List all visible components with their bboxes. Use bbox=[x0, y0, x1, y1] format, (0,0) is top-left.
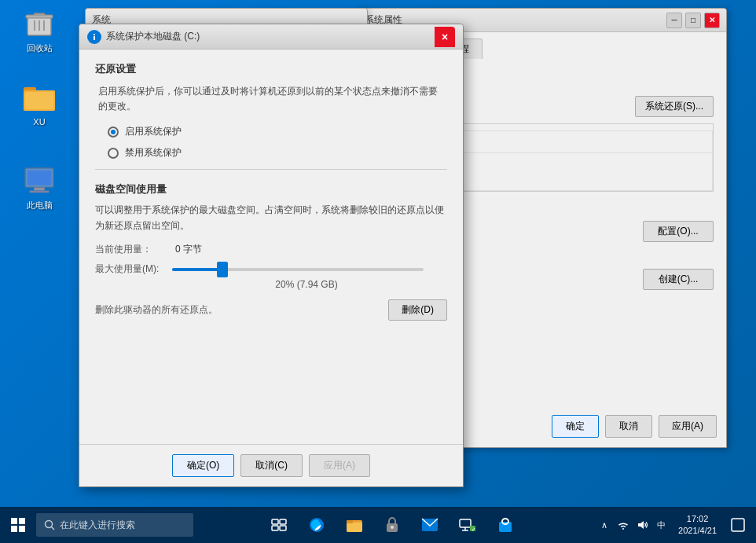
security-button[interactable] bbox=[376, 509, 408, 541]
tray-volume-icon[interactable] bbox=[634, 517, 650, 533]
slider-track[interactable] bbox=[172, 268, 424, 271]
task-view-icon bbox=[271, 519, 287, 531]
slider-container bbox=[172, 268, 424, 271]
desktop: 回收站 XU 此电脑 系统属性 bbox=[0, 0, 756, 507]
main-dialog-title-bar: 系统保护本地磁盘 (C:) × bbox=[79, 24, 463, 50]
dialog-footer: 确定(O) 取消(C) 应用(A) bbox=[79, 444, 463, 486]
minimize-button[interactable]: ─ bbox=[666, 13, 682, 28]
maximize-button[interactable]: □ bbox=[685, 13, 701, 28]
svg-rect-30 bbox=[460, 519, 471, 527]
sys-props-bottom-buttons: 确定 取消 应用(A) bbox=[552, 415, 717, 438]
windows-icon-br bbox=[19, 526, 25, 532]
disk-usage-desc: 可以调整用于系统保护的最大磁盘空间。占满空间时，系统将删除较旧的还原点以便为新还… bbox=[95, 203, 447, 233]
tray-language-icon[interactable]: 中 bbox=[653, 517, 669, 533]
clock-time: 17:02 bbox=[678, 513, 717, 525]
svg-rect-20 bbox=[280, 519, 286, 524]
delete-button[interactable]: 删除(D) bbox=[388, 299, 447, 321]
dialog-body: 还原设置 启用系统保护后，你可以通过及时将计算机还原到以前的某个状态点来撤消不需… bbox=[79, 50, 463, 333]
computer-icon bbox=[24, 165, 55, 196]
delete-restore-row: 删除此驱动器的所有还原点。 删除(D) bbox=[95, 299, 447, 321]
svg-rect-13 bbox=[30, 190, 50, 193]
disk-usage-section: 磁盘空间使用量 可以调整用于系统保护的最大磁盘空间。占满空间时，系统将删除较旧的… bbox=[95, 182, 447, 320]
security-icon bbox=[384, 516, 400, 534]
network-button[interactable]: ✓ bbox=[452, 509, 483, 541]
svg-point-17 bbox=[46, 521, 53, 528]
svg-line-18 bbox=[52, 527, 55, 530]
taskbar-center: ✓ bbox=[193, 509, 590, 541]
slider-thumb[interactable] bbox=[217, 262, 228, 277]
current-usage-label: 当前使用量： bbox=[95, 243, 166, 256]
network-icon: ✓ bbox=[459, 516, 476, 534]
system-restore-button[interactable]: 系统还原(S)... bbox=[635, 96, 714, 117]
radio-disable-label: 禁用系统保护 bbox=[125, 146, 182, 160]
tray-expand-button[interactable]: ∧ bbox=[596, 517, 612, 533]
file-explorer-button[interactable] bbox=[339, 509, 370, 541]
tray-network-icon[interactable] bbox=[615, 517, 631, 533]
dialog-cancel-button[interactable]: 取消(C) bbox=[240, 454, 303, 477]
svg-marker-37 bbox=[638, 521, 644, 529]
radio-disable[interactable]: 禁用系统保护 bbox=[108, 146, 447, 160]
store-button[interactable] bbox=[490, 509, 521, 541]
config-button[interactable]: 配置(O)... bbox=[643, 221, 714, 242]
svg-rect-22 bbox=[280, 526, 286, 530]
max-usage-label: 最大使用量(M): bbox=[95, 262, 166, 276]
store-icon bbox=[497, 516, 514, 534]
svg-rect-26 bbox=[347, 520, 353, 523]
delete-label: 删除此驱动器的所有还原点。 bbox=[95, 303, 218, 317]
radio-enable[interactable]: 启用系统保护 bbox=[108, 125, 447, 138]
desktop-icon-recycle-bin[interactable]: 回收站 bbox=[11, 8, 68, 54]
mail-button[interactable] bbox=[414, 509, 446, 541]
windows-icon-tr bbox=[19, 518, 25, 524]
section1-desc: 启用系统保护后，你可以通过及时将计算机还原到以前的某个状态点来撤消不需要的更改。 bbox=[95, 84, 447, 114]
radio-enable-label: 启用系统保护 bbox=[125, 125, 182, 138]
svg-rect-11 bbox=[28, 171, 51, 185]
svg-point-28 bbox=[391, 526, 394, 529]
svg-rect-19 bbox=[272, 519, 278, 524]
language-label: 中 bbox=[657, 519, 666, 531]
main-dialog: 系统保护本地磁盘 (C:) × 还原设置 启用系统保护后，你可以通过及时将计算机… bbox=[79, 24, 464, 487]
file-explorer-icon bbox=[346, 516, 363, 534]
search-icon bbox=[44, 519, 55, 530]
create-button[interactable]: 创建(C)... bbox=[643, 269, 714, 290]
notification-button[interactable] bbox=[726, 513, 750, 537]
mail-icon bbox=[421, 518, 439, 532]
notification-icon bbox=[731, 518, 745, 532]
sys-tray: ∧ 中 bbox=[596, 517, 669, 533]
dialog-ok-button[interactable]: 确定(O) bbox=[172, 454, 234, 477]
svg-rect-25 bbox=[347, 523, 362, 532]
radio-group: 启用系统保护 禁用系统保护 bbox=[108, 125, 447, 160]
main-dialog-close[interactable]: × bbox=[435, 27, 455, 47]
svg-rect-9 bbox=[25, 92, 53, 109]
svg-rect-12 bbox=[34, 188, 44, 191]
edge-browser-button[interactable] bbox=[301, 509, 332, 541]
search-bar[interactable]: 在此键入进行搜索 bbox=[36, 513, 193, 537]
cancel-button-sysprops[interactable]: 取消 bbox=[605, 415, 652, 438]
windows-icon bbox=[11, 518, 25, 532]
search-placeholder: 在此键入进行搜索 bbox=[60, 519, 135, 532]
max-usage-row: 最大使用量(M): bbox=[95, 262, 447, 276]
computer-label: 此电脑 bbox=[27, 200, 53, 211]
table-header-enable: 启用 bbox=[435, 131, 713, 153]
folder-xu-icon bbox=[24, 83, 55, 114]
dialog-apply-button[interactable]: 应用(A) bbox=[309, 454, 370, 477]
recycle-bin-icon bbox=[24, 8, 55, 39]
edge-icon bbox=[308, 516, 325, 534]
desktop-icon-xu[interactable]: XU bbox=[11, 83, 68, 127]
task-view-button[interactable] bbox=[263, 509, 295, 541]
main-dialog-title: 系统保护本地磁盘 (C:) bbox=[106, 30, 200, 43]
svg-rect-16 bbox=[94, 36, 95, 40]
sys-props-controls: ─ □ ✕ bbox=[666, 13, 720, 28]
recycle-bin-label: 回收站 bbox=[27, 42, 53, 54]
close-button[interactable]: ✕ bbox=[704, 13, 720, 28]
slider-fill bbox=[172, 268, 222, 271]
current-usage-value: 0 字节 bbox=[175, 243, 202, 256]
ok-button-sysprops[interactable]: 确定 bbox=[552, 415, 599, 438]
dialog-icon bbox=[87, 30, 101, 44]
taskbar-right: ∧ 中 1 bbox=[590, 513, 756, 537]
clock[interactable]: 17:02 2021/4/21 bbox=[672, 513, 723, 537]
svg-rect-21 bbox=[272, 526, 278, 530]
desktop-icon-this-pc[interactable]: 此电脑 bbox=[11, 165, 68, 211]
svg-rect-38 bbox=[732, 519, 744, 531]
apply-button-sysprops[interactable]: 应用(A) bbox=[659, 415, 717, 438]
start-button[interactable] bbox=[0, 507, 36, 543]
